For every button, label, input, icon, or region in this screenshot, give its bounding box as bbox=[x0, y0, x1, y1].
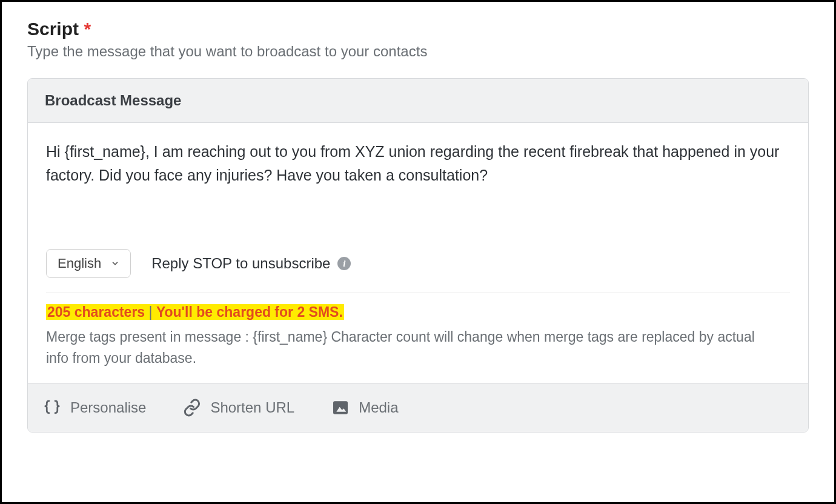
sms-charge: You'll be charged for 2 SMS. bbox=[156, 304, 343, 320]
broadcast-card: Broadcast Message Hi {first_name}, I am … bbox=[27, 78, 809, 433]
message-textarea[interactable]: Hi {first_name}, I am reaching out to yo… bbox=[46, 140, 790, 237]
info-icon[interactable]: i bbox=[337, 257, 351, 270]
count-highlight: 205 characters | You'll be charged for 2… bbox=[46, 304, 344, 320]
braces-icon bbox=[42, 398, 62, 417]
personalise-button[interactable]: Personalise bbox=[41, 396, 147, 420]
media-label: Media bbox=[359, 399, 398, 416]
section-subtitle: Type the message that you want to broadc… bbox=[27, 43, 809, 60]
svg-rect-0 bbox=[333, 401, 348, 414]
card-body: Hi {first_name}, I am reaching out to yo… bbox=[28, 123, 808, 383]
shorten-url-button[interactable]: Shorten URL bbox=[181, 396, 296, 420]
card-header: Broadcast Message bbox=[28, 79, 808, 123]
unsubscribe-hint-text: Reply STOP to unsubscribe bbox=[151, 255, 330, 272]
card-footer: Personalise Shorten URL bbox=[28, 383, 808, 432]
count-block: 205 characters | You'll be charged for 2… bbox=[46, 293, 790, 383]
controls-row: English Reply STOP to unsubscribe i bbox=[46, 249, 790, 293]
required-asterisk: * bbox=[84, 19, 91, 39]
link-icon bbox=[182, 398, 202, 417]
personalise-label: Personalise bbox=[70, 399, 146, 416]
merge-tags-note: Merge tags present in message : {first_n… bbox=[46, 327, 773, 368]
chevron-down-icon bbox=[111, 259, 119, 268]
section-title: Script * bbox=[27, 19, 809, 39]
unsubscribe-hint: Reply STOP to unsubscribe i bbox=[151, 255, 351, 272]
character-count: 205 characters bbox=[47, 304, 145, 320]
media-button[interactable]: Media bbox=[330, 396, 399, 420]
script-panel: Script * Type the message that you want … bbox=[0, 0, 836, 504]
language-select-value: English bbox=[58, 256, 101, 271]
language-select[interactable]: English bbox=[46, 249, 131, 278]
count-separator: | bbox=[145, 304, 156, 320]
shorten-url-label: Shorten URL bbox=[210, 399, 294, 416]
section-title-text: Script bbox=[27, 19, 79, 39]
image-icon bbox=[331, 398, 350, 417]
